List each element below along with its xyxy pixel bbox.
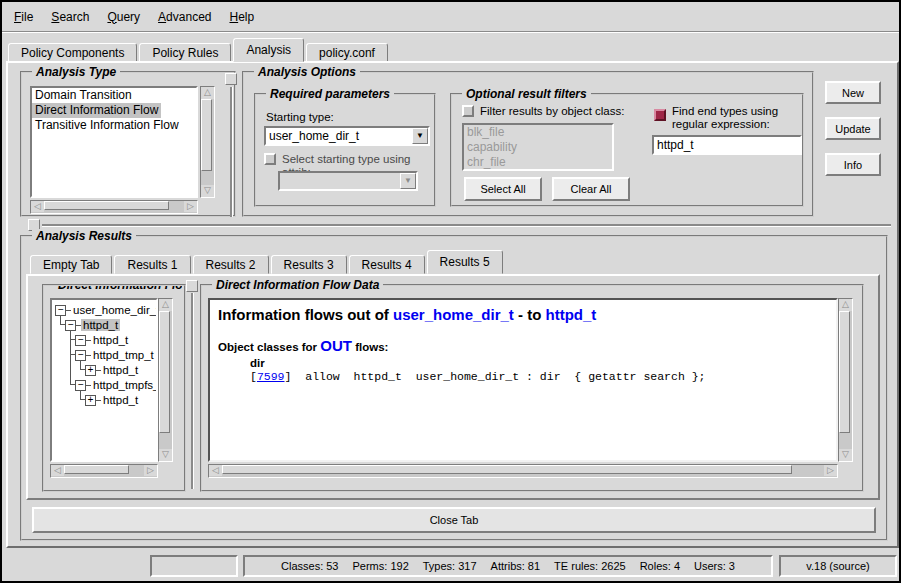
analysis-type-option[interactable]: Transitive Information Flow — [32, 118, 182, 133]
new-button[interactable]: New — [825, 81, 881, 104]
menu-query[interactable]: Query — [107, 10, 140, 24]
tab-analysis[interactable]: Analysis — [233, 38, 304, 62]
expand-icon[interactable]: + — [85, 395, 96, 406]
scroll-down-icon[interactable]: ▽ — [159, 449, 172, 461]
collapse-icon[interactable]: − — [75, 350, 86, 361]
info-button[interactable]: Info — [825, 153, 881, 176]
results-tab-results-3[interactable]: Results 3 — [271, 255, 347, 274]
regex-checkbox-row[interactable]: Find end types using regular expression: — [654, 105, 800, 131]
tree-node[interactable]: −httpd_t — [65, 318, 120, 332]
tab-policy-conf[interactable]: policy.conf — [306, 43, 388, 62]
tree-node-label[interactable]: httpd_tmpfs_ — [91, 379, 158, 391]
tree-node[interactable]: −httpd_t — [75, 333, 130, 347]
scroll-right-icon[interactable]: ▷ — [824, 465, 837, 476]
tree-node-label[interactable]: httpd_t — [101, 364, 140, 376]
tree-node-label[interactable]: httpd_tmp_t — [91, 349, 156, 361]
regex-checkbox[interactable] — [654, 109, 666, 121]
results-tab-results-1[interactable]: Results 1 — [114, 255, 190, 274]
menu-search[interactable]: Search — [51, 10, 89, 24]
flow-tree[interactable]: −user_home_dir_t−httpd_t−httpd_t−httpd_t… — [50, 298, 158, 462]
collapse-icon[interactable]: − — [55, 305, 66, 316]
tree-node[interactable]: +httpd_t — [85, 363, 140, 377]
collapse-icon[interactable]: − — [65, 320, 76, 331]
analysis-options-frame: Analysis Options Required parameters Sta… — [242, 71, 814, 217]
scroll-left-icon[interactable]: ◁ — [51, 465, 64, 476]
close-tab-button[interactable]: Close Tab — [32, 507, 876, 533]
tab-policy-components[interactable]: Policy Components — [8, 43, 137, 62]
update-button[interactable]: Update — [825, 117, 881, 140]
attrib-checkbox[interactable] — [264, 153, 276, 165]
results-page: Direct Information Flow T −user_home_dir… — [26, 274, 880, 500]
results-tab-results-2[interactable]: Results 2 — [193, 255, 269, 274]
scroll-right-icon[interactable]: ▷ — [184, 201, 197, 212]
attrib-value — [280, 173, 400, 189]
menu-help[interactable]: Help — [229, 10, 254, 24]
object-classes-line: Object classes for OUT flows: — [218, 337, 828, 354]
scroll-up-icon[interactable]: △ — [201, 87, 214, 99]
required-parameters-frame: Required parameters Starting type: user_… — [254, 93, 436, 207]
clear-all-button[interactable]: Clear All — [552, 177, 630, 201]
scroll-down-icon[interactable]: ▽ — [201, 185, 214, 197]
scroll-down-icon[interactable]: ▽ — [839, 449, 852, 461]
tree-node[interactable]: −user_home_dir_t — [55, 303, 158, 317]
scroll-left-icon[interactable]: ◁ — [31, 201, 44, 212]
starting-type-label: Starting type: — [266, 111, 334, 123]
analysis-type-option[interactable]: Direct Information Flow — [32, 103, 161, 118]
data-vscrollbar[interactable]: △ ▽ — [838, 298, 853, 462]
expand-icon[interactable]: + — [85, 365, 96, 376]
starting-type-combobox[interactable]: user_home_dir_t ▼ — [264, 126, 430, 146]
analysis-type-hscrollbar[interactable]: ◁ ▷ — [30, 200, 198, 214]
analysis-type-option[interactable]: Domain Transition — [32, 88, 135, 103]
results-tab-empty-tab[interactable]: Empty Tab — [30, 255, 112, 274]
data-hscrollbar[interactable]: ◁ ▷ — [208, 464, 838, 478]
apol-window: FileSearchQueryAdvancedHelp Policy Compo… — [0, 0, 901, 583]
stat-attribs: Attribs: 81 — [491, 560, 541, 572]
regex-checkbox-label: Find end types using regular expression: — [672, 105, 800, 131]
analysis-type-vscrollbar[interactable]: △ ▽ — [200, 86, 215, 198]
object-class-checkbox-row[interactable]: Filter results by object class: — [462, 105, 624, 118]
stat-perms: Perms: 192 — [353, 560, 409, 572]
analysis-type-listbox[interactable]: Domain TransitionDirect Information Flow… — [30, 86, 198, 198]
tree-data-sash[interactable] — [191, 293, 193, 489]
stat-te-rules: TE rules: 2625 — [554, 560, 626, 572]
type-options-sash[interactable] — [230, 87, 232, 217]
scroll-up-icon[interactable]: △ — [159, 299, 172, 311]
te-rule-line: [7599] allow httpd_t user_home_dir_t : d… — [250, 370, 828, 383]
tab-policy-rules[interactable]: Policy Rules — [139, 43, 231, 62]
required-parameters-title: Required parameters — [266, 87, 394, 101]
scroll-left-icon[interactable]: ◁ — [209, 465, 222, 476]
tree-node-label[interactable]: httpd_t — [91, 334, 130, 346]
collapse-icon[interactable]: − — [75, 380, 86, 391]
scroll-up-icon[interactable]: △ — [839, 299, 852, 311]
stat-types: Types: 317 — [423, 560, 477, 572]
menu-advanced[interactable]: Advanced — [158, 10, 211, 24]
select-all-button[interactable]: Select All — [464, 177, 542, 201]
object-class-checkbox[interactable] — [462, 105, 474, 117]
tree-node-label[interactable]: user_home_dir_t — [71, 304, 158, 316]
menu-file[interactable]: File — [14, 10, 33, 24]
policy-version-box: v.18 (source) — [779, 555, 897, 577]
rule-number-link[interactable]: 7599 — [257, 370, 285, 383]
tree-node-label[interactable]: httpd_t — [81, 319, 120, 331]
results-tab-results-4[interactable]: Results 4 — [349, 255, 425, 274]
tree-connector — [60, 324, 65, 325]
results-sash[interactable] — [42, 224, 891, 226]
analysis-type-title: Analysis Type — [32, 65, 120, 79]
tree-vscrollbar[interactable]: △ ▽ — [158, 298, 173, 462]
scroll-right-icon[interactable]: ▷ — [144, 465, 157, 476]
collapse-icon[interactable]: − — [75, 335, 86, 346]
regex-input[interactable] — [652, 135, 802, 155]
flow-data-title: Direct Information Flow Data — [212, 278, 383, 292]
tree-node[interactable]: −httpd_tmpfs_ — [75, 378, 158, 392]
tree-hscrollbar[interactable]: ◁ ▷ — [50, 464, 158, 478]
type-options-sash-handle[interactable] — [225, 73, 237, 85]
tree-connector — [70, 384, 75, 385]
tree-node-label[interactable]: httpd_t — [101, 394, 140, 406]
stat-classes: Classes: 53 — [281, 560, 338, 572]
tree-node[interactable]: +httpd_t — [85, 393, 140, 407]
results-tab-results-5[interactable]: Results 5 — [427, 250, 503, 274]
tree-node[interactable]: −httpd_tmp_t — [75, 348, 156, 362]
dropdown-arrow-icon[interactable]: ▼ — [412, 128, 428, 144]
tree-data-sash-handle[interactable] — [186, 280, 198, 292]
flow-data-text[interactable]: Information flows out of user_home_dir_t… — [208, 298, 838, 462]
